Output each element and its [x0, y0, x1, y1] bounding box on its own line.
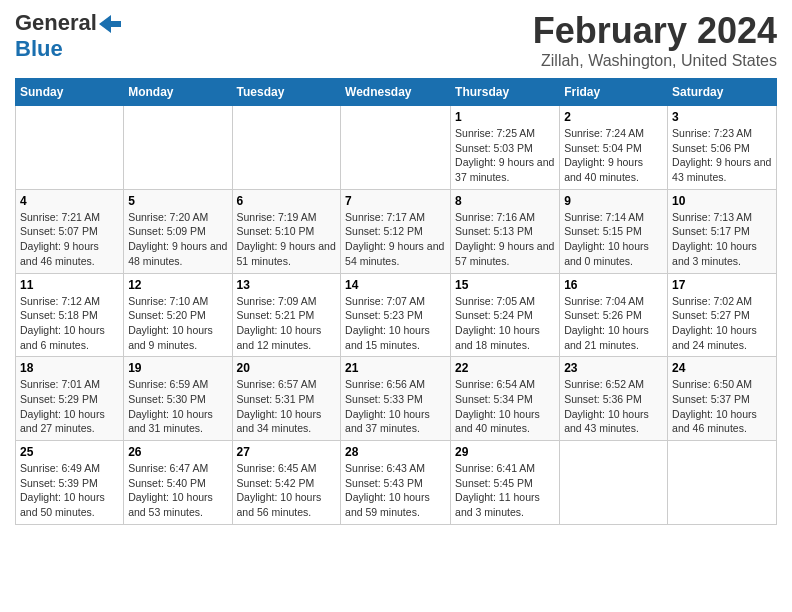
header-monday: Monday — [124, 79, 232, 106]
calendar-subtitle: Zillah, Washington, United States — [533, 52, 777, 70]
header-friday: Friday — [560, 79, 668, 106]
logo-blue: Blue — [15, 36, 63, 61]
day-number: 28 — [345, 445, 446, 459]
day-number: 7 — [345, 194, 446, 208]
title-block: February 2024 Zillah, Washington, United… — [533, 10, 777, 70]
calendar-cell: 1Sunrise: 7:25 AM Sunset: 5:03 PM Daylig… — [451, 106, 560, 190]
calendar-cell: 6Sunrise: 7:19 AM Sunset: 5:10 PM Daylig… — [232, 189, 341, 273]
day-number: 5 — [128, 194, 227, 208]
day-detail: Sunrise: 7:23 AM Sunset: 5:06 PM Dayligh… — [672, 126, 772, 185]
day-number: 21 — [345, 361, 446, 375]
day-number: 11 — [20, 278, 119, 292]
calendar-cell: 24Sunrise: 6:50 AM Sunset: 5:37 PM Dayli… — [668, 357, 777, 441]
calendar-cell: 2Sunrise: 7:24 AM Sunset: 5:04 PM Daylig… — [560, 106, 668, 190]
day-number: 13 — [237, 278, 337, 292]
calendar-cell: 7Sunrise: 7:17 AM Sunset: 5:12 PM Daylig… — [341, 189, 451, 273]
calendar-week-3: 11Sunrise: 7:12 AM Sunset: 5:18 PM Dayli… — [16, 273, 777, 357]
day-number: 29 — [455, 445, 555, 459]
calendar-week-1: 1Sunrise: 7:25 AM Sunset: 5:03 PM Daylig… — [16, 106, 777, 190]
header-thursday: Thursday — [451, 79, 560, 106]
calendar-cell: 18Sunrise: 7:01 AM Sunset: 5:29 PM Dayli… — [16, 357, 124, 441]
day-detail: Sunrise: 6:52 AM Sunset: 5:36 PM Dayligh… — [564, 377, 663, 436]
day-number: 22 — [455, 361, 555, 375]
day-number: 2 — [564, 110, 663, 124]
logo-text: General — [15, 10, 121, 36]
calendar-cell: 13Sunrise: 7:09 AM Sunset: 5:21 PM Dayli… — [232, 273, 341, 357]
calendar-cell: 25Sunrise: 6:49 AM Sunset: 5:39 PM Dayli… — [16, 441, 124, 525]
day-detail: Sunrise: 6:49 AM Sunset: 5:39 PM Dayligh… — [20, 461, 119, 520]
day-number: 14 — [345, 278, 446, 292]
day-detail: Sunrise: 7:13 AM Sunset: 5:17 PM Dayligh… — [672, 210, 772, 269]
header-sunday: Sunday — [16, 79, 124, 106]
calendar-cell: 8Sunrise: 7:16 AM Sunset: 5:13 PM Daylig… — [451, 189, 560, 273]
calendar-header-row: SundayMondayTuesdayWednesdayThursdayFrid… — [16, 79, 777, 106]
calendar-week-5: 25Sunrise: 6:49 AM Sunset: 5:39 PM Dayli… — [16, 441, 777, 525]
day-detail: Sunrise: 7:16 AM Sunset: 5:13 PM Dayligh… — [455, 210, 555, 269]
day-detail: Sunrise: 7:04 AM Sunset: 5:26 PM Dayligh… — [564, 294, 663, 353]
calendar-cell — [16, 106, 124, 190]
day-detail: Sunrise: 7:24 AM Sunset: 5:04 PM Dayligh… — [564, 126, 663, 185]
calendar-cell: 9Sunrise: 7:14 AM Sunset: 5:15 PM Daylig… — [560, 189, 668, 273]
calendar-cell: 22Sunrise: 6:54 AM Sunset: 5:34 PM Dayli… — [451, 357, 560, 441]
day-detail: Sunrise: 7:10 AM Sunset: 5:20 PM Dayligh… — [128, 294, 227, 353]
calendar-cell — [668, 441, 777, 525]
day-number: 15 — [455, 278, 555, 292]
calendar-cell — [560, 441, 668, 525]
page-header: General Blue February 2024 Zillah, Washi… — [15, 10, 777, 70]
day-detail: Sunrise: 7:09 AM Sunset: 5:21 PM Dayligh… — [237, 294, 337, 353]
day-detail: Sunrise: 6:59 AM Sunset: 5:30 PM Dayligh… — [128, 377, 227, 436]
day-detail: Sunrise: 6:45 AM Sunset: 5:42 PM Dayligh… — [237, 461, 337, 520]
day-number: 10 — [672, 194, 772, 208]
day-detail: Sunrise: 6:57 AM Sunset: 5:31 PM Dayligh… — [237, 377, 337, 436]
calendar-table: SundayMondayTuesdayWednesdayThursdayFrid… — [15, 78, 777, 525]
calendar-cell: 3Sunrise: 7:23 AM Sunset: 5:06 PM Daylig… — [668, 106, 777, 190]
day-detail: Sunrise: 6:50 AM Sunset: 5:37 PM Dayligh… — [672, 377, 772, 436]
calendar-cell: 4Sunrise: 7:21 AM Sunset: 5:07 PM Daylig… — [16, 189, 124, 273]
day-number: 16 — [564, 278, 663, 292]
day-detail: Sunrise: 7:17 AM Sunset: 5:12 PM Dayligh… — [345, 210, 446, 269]
day-number: 18 — [20, 361, 119, 375]
calendar-cell: 20Sunrise: 6:57 AM Sunset: 5:31 PM Dayli… — [232, 357, 341, 441]
day-number: 17 — [672, 278, 772, 292]
calendar-title: February 2024 — [533, 10, 777, 52]
calendar-cell: 23Sunrise: 6:52 AM Sunset: 5:36 PM Dayli… — [560, 357, 668, 441]
calendar-cell: 17Sunrise: 7:02 AM Sunset: 5:27 PM Dayli… — [668, 273, 777, 357]
day-number: 24 — [672, 361, 772, 375]
day-detail: Sunrise: 6:54 AM Sunset: 5:34 PM Dayligh… — [455, 377, 555, 436]
day-number: 6 — [237, 194, 337, 208]
day-number: 23 — [564, 361, 663, 375]
day-detail: Sunrise: 7:05 AM Sunset: 5:24 PM Dayligh… — [455, 294, 555, 353]
header-wednesday: Wednesday — [341, 79, 451, 106]
calendar-cell: 21Sunrise: 6:56 AM Sunset: 5:33 PM Dayli… — [341, 357, 451, 441]
calendar-cell — [232, 106, 341, 190]
day-detail: Sunrise: 6:56 AM Sunset: 5:33 PM Dayligh… — [345, 377, 446, 436]
calendar-cell: 29Sunrise: 6:41 AM Sunset: 5:45 PM Dayli… — [451, 441, 560, 525]
calendar-cell: 11Sunrise: 7:12 AM Sunset: 5:18 PM Dayli… — [16, 273, 124, 357]
calendar-cell: 10Sunrise: 7:13 AM Sunset: 5:17 PM Dayli… — [668, 189, 777, 273]
day-detail: Sunrise: 7:19 AM Sunset: 5:10 PM Dayligh… — [237, 210, 337, 269]
day-number: 4 — [20, 194, 119, 208]
calendar-week-2: 4Sunrise: 7:21 AM Sunset: 5:07 PM Daylig… — [16, 189, 777, 273]
calendar-cell: 12Sunrise: 7:10 AM Sunset: 5:20 PM Dayli… — [124, 273, 232, 357]
calendar-cell: 15Sunrise: 7:05 AM Sunset: 5:24 PM Dayli… — [451, 273, 560, 357]
day-detail: Sunrise: 6:41 AM Sunset: 5:45 PM Dayligh… — [455, 461, 555, 520]
day-number: 9 — [564, 194, 663, 208]
day-number: 12 — [128, 278, 227, 292]
day-detail: Sunrise: 7:20 AM Sunset: 5:09 PM Dayligh… — [128, 210, 227, 269]
calendar-cell: 27Sunrise: 6:45 AM Sunset: 5:42 PM Dayli… — [232, 441, 341, 525]
calendar-cell — [124, 106, 232, 190]
calendar-cell: 16Sunrise: 7:04 AM Sunset: 5:26 PM Dayli… — [560, 273, 668, 357]
svg-marker-0 — [99, 15, 121, 33]
day-detail: Sunrise: 7:07 AM Sunset: 5:23 PM Dayligh… — [345, 294, 446, 353]
calendar-week-4: 18Sunrise: 7:01 AM Sunset: 5:29 PM Dayli… — [16, 357, 777, 441]
header-tuesday: Tuesday — [232, 79, 341, 106]
day-detail: Sunrise: 7:02 AM Sunset: 5:27 PM Dayligh… — [672, 294, 772, 353]
day-detail: Sunrise: 6:43 AM Sunset: 5:43 PM Dayligh… — [345, 461, 446, 520]
day-number: 3 — [672, 110, 772, 124]
day-number: 8 — [455, 194, 555, 208]
day-detail: Sunrise: 7:01 AM Sunset: 5:29 PM Dayligh… — [20, 377, 119, 436]
day-detail: Sunrise: 7:25 AM Sunset: 5:03 PM Dayligh… — [455, 126, 555, 185]
day-detail: Sunrise: 7:12 AM Sunset: 5:18 PM Dayligh… — [20, 294, 119, 353]
day-number: 19 — [128, 361, 227, 375]
calendar-cell — [341, 106, 451, 190]
